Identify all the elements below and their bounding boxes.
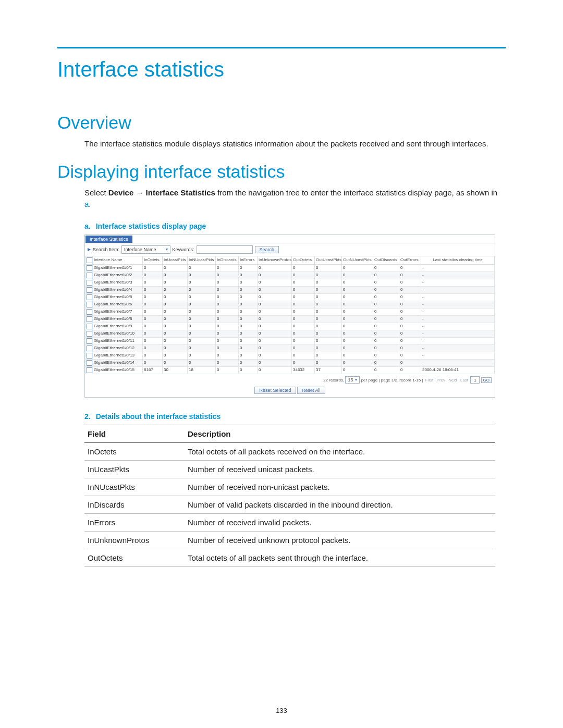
page-number-input[interactable]	[470, 376, 480, 384]
stat-cell: 0	[239, 315, 258, 323]
stat-cell: 0	[315, 330, 342, 337]
stat-cell: 0	[258, 330, 292, 337]
row-checkbox[interactable]	[87, 346, 92, 351]
details-field: InErrors	[84, 514, 185, 532]
table-row: GigabitEthernet1/0/500000000000-	[85, 293, 495, 301]
go-button[interactable]: GO	[481, 377, 492, 383]
stat-cell: 0	[399, 337, 421, 344]
details-description: Number of received unknown protocol pack…	[185, 532, 495, 549]
row-checkbox[interactable]	[87, 338, 92, 344]
details-description: Number of received invalid packets.	[185, 514, 495, 532]
pager-first[interactable]: First	[425, 378, 434, 382]
pager-next[interactable]: Next	[448, 378, 457, 382]
reset-all-button[interactable]: Reset All	[297, 387, 325, 394]
stat-cell: 0	[163, 286, 188, 293]
stat-cell: 0	[292, 272, 315, 279]
row-checkbox[interactable]	[87, 360, 92, 366]
pager-last[interactable]: Last	[460, 378, 468, 382]
table-row: GigabitEthernet1/0/1100000000000-	[85, 337, 495, 344]
stat-cell: 0	[315, 352, 342, 359]
stat-cell: 0	[258, 264, 292, 272]
details-row: InDiscardsNumber of valid packets discar…	[84, 496, 495, 514]
stat-cell: 0	[399, 366, 421, 374]
stat-cell: 0	[216, 366, 239, 374]
stat-cell: 30	[163, 366, 188, 374]
stat-cell: 0	[373, 344, 399, 352]
interface-name-cell: GigabitEthernet1/0/13	[93, 352, 143, 359]
col-header: Last statistics clearing time	[421, 256, 495, 264]
row-checkbox[interactable]	[87, 302, 92, 307]
stat-cell: 0	[143, 344, 163, 352]
displaying-text: Select Device → Interface Statistics fro…	[84, 187, 506, 211]
select-all-checkbox[interactable]	[87, 257, 92, 263]
row-checkbox[interactable]	[87, 309, 92, 315]
row-checkbox[interactable]	[87, 265, 92, 271]
stat-cell: 0	[239, 286, 258, 293]
keywords-input[interactable]	[197, 245, 253, 254]
stat-cell: 0	[399, 286, 421, 293]
stat-cell: 8167	[143, 366, 163, 374]
search-button[interactable]: Search	[255, 246, 279, 253]
stat-cell: 0	[239, 344, 258, 352]
col-header	[85, 256, 93, 264]
row-checkbox[interactable]	[87, 273, 92, 278]
stat-cell: 0	[373, 293, 399, 301]
stat-cell: 0	[143, 359, 163, 366]
row-checkbox[interactable]	[87, 287, 92, 293]
stat-cell: 0	[399, 272, 421, 279]
stat-cell: 0	[216, 337, 239, 344]
stat-cell: 0	[292, 352, 315, 359]
top-divider	[57, 47, 506, 48]
keywords-label: Keywords:	[173, 247, 194, 252]
interface-name-cell: GigabitEthernet1/0/2	[93, 272, 143, 279]
col-header: Interface Name	[93, 256, 143, 264]
per-page-select[interactable]: 15▾	[345, 376, 360, 384]
row-checkbox[interactable]	[87, 353, 92, 359]
page-number: 133	[0, 707, 563, 714]
stat-cell: -	[421, 279, 495, 286]
stat-cell: 0	[342, 337, 373, 344]
stat-cell: 0	[315, 279, 342, 286]
stat-cell: 0	[342, 264, 373, 272]
row-checkbox[interactable]	[87, 324, 92, 329]
table-row: GigabitEthernet1/0/158167301800034632370…	[85, 366, 495, 374]
search-item-select[interactable]: Interface Name▾	[121, 245, 170, 254]
tab-interface-statistics[interactable]: Interface Statistics	[85, 236, 132, 243]
pager-prev[interactable]: Prev	[437, 378, 445, 382]
stat-cell: 0	[258, 286, 292, 293]
row-checkbox[interactable]	[87, 294, 92, 300]
displaying-heading: Displaying interface statistics	[57, 162, 506, 182]
stat-cell: 0	[216, 301, 239, 308]
stat-cell: 0	[342, 279, 373, 286]
stat-cell: 0	[163, 359, 188, 366]
expand-icon: ▶	[88, 247, 91, 252]
stat-cell: 0	[373, 279, 399, 286]
row-checkbox[interactable]	[87, 280, 92, 286]
stat-cell: 0	[216, 279, 239, 286]
row-checkbox[interactable]	[87, 331, 92, 337]
stat-cell: -	[421, 330, 495, 337]
reset-selected-button[interactable]: Reset Selected	[254, 387, 296, 394]
details-row: InUnknownProtosNumber of received unknow…	[84, 532, 495, 549]
col-header: OutUcastPkts	[315, 256, 342, 264]
details-row: InUcastPktsNumber of received unicast pa…	[84, 461, 495, 478]
interface-name-cell: GigabitEthernet1/0/8	[93, 315, 143, 323]
stat-cell: 0	[292, 279, 315, 286]
stat-cell: 0	[163, 279, 188, 286]
stat-cell: 0	[163, 315, 188, 323]
stat-cell: -	[421, 301, 495, 308]
stat-cell: -	[421, 337, 495, 344]
stat-cell: 0	[143, 315, 163, 323]
col-header: OutDiscards	[373, 256, 399, 264]
details-field: OutOctets	[84, 549, 185, 567]
stat-cell: 0	[315, 337, 342, 344]
stat-cell: 0	[239, 308, 258, 315]
interface-name-cell: GigabitEthernet1/0/1	[93, 264, 143, 272]
row-checkbox[interactable]	[87, 316, 92, 322]
stat-cell: 0	[258, 352, 292, 359]
stat-cell: 0	[143, 264, 163, 272]
pager: 22 records, 15▾ per page | page 1/2, rec…	[85, 374, 495, 385]
row-checkbox[interactable]	[87, 367, 92, 373]
stat-cell: -	[421, 352, 495, 359]
stat-cell: -	[421, 293, 495, 301]
